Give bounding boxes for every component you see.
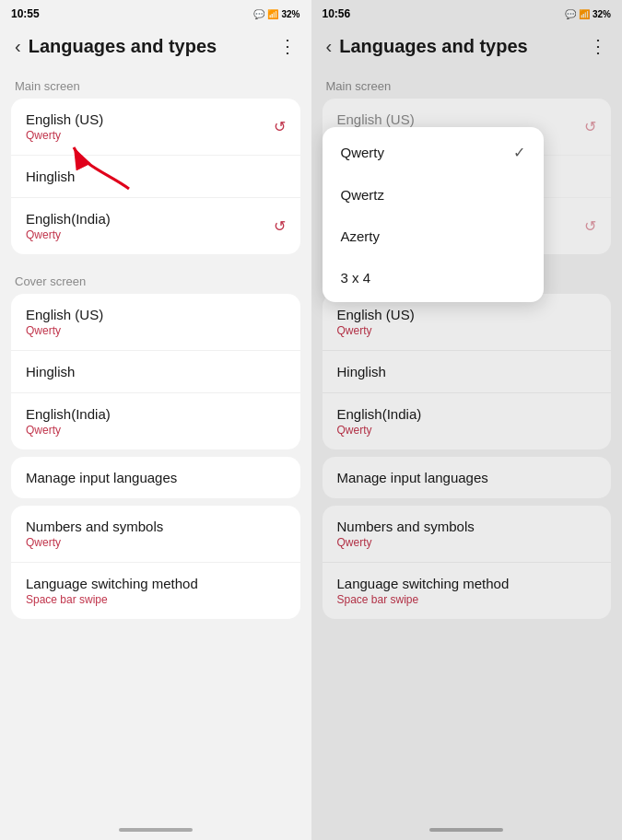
numbers-symbols-1: Numbers and symbols: [26, 519, 163, 534]
bottom-bar-1: [0, 820, 311, 840]
list-item[interactable]: Numbers and symbols Qwerty: [11, 506, 300, 563]
cover-english-india-sub-1: Qwerty: [26, 424, 111, 437]
time-1: 10:55: [11, 7, 40, 20]
dropdown-label-3x4: 3 x 4: [341, 270, 371, 286]
list-item[interactable]: English(India) Qwerty ↺: [11, 198, 300, 254]
refresh-icon-1[interactable]: ↺: [274, 118, 286, 135]
numbers-symbols-sub-1: Qwerty: [26, 536, 163, 549]
dropdown-label-qwertz: Qwertz: [341, 187, 385, 203]
english-us-title-1: English (US): [26, 111, 103, 127]
main-screen-card-1: English (US) Qwerty ↺ Hinglish English(I…: [11, 99, 300, 254]
signal-icon: 📶: [267, 9, 278, 19]
dropdown-label-azerty: Azerty: [341, 228, 381, 244]
lang-switch-sub-1: Space bar swipe: [26, 593, 198, 606]
page-title-1: Languages and types: [29, 36, 278, 57]
dropdown-item-3x4[interactable]: 3 x 4: [323, 257, 544, 298]
manage-languages-1: Manage input languages: [26, 470, 177, 485]
list-item[interactable]: Hinglish: [11, 156, 300, 198]
panel-2: 10:56 💬 📶 32% ‹ Languages and types ⋮ Ma…: [311, 0, 623, 840]
dropdown-item-qwertz[interactable]: Qwertz: [323, 174, 544, 216]
cover-english-india-1: English(India): [26, 406, 111, 422]
check-icon: ✓: [513, 144, 525, 161]
battery-icon: 32%: [281, 9, 299, 19]
dropdown-item-azerty[interactable]: Azerty: [323, 216, 544, 257]
back-button-1[interactable]: ‹: [15, 36, 21, 57]
menu-button-1[interactable]: ⋮: [278, 35, 297, 57]
dropdown-menu: Qwerty ✓ Qwertz Azerty 3 x 4: [323, 127, 544, 302]
main-screen-label-1: Main screen: [0, 66, 311, 99]
english-india-subtitle-1: Qwerty: [26, 228, 111, 241]
home-indicator-1: [119, 828, 193, 832]
status-bar-1: 10:55 💬 📶 32%: [0, 0, 311, 26]
misc-card-1: Manage input languages: [11, 457, 300, 498]
misc-card-2: Numbers and symbols Qwerty Language swit…: [11, 506, 300, 619]
status-icons-1: 💬 📶 32%: [253, 9, 299, 19]
whatsapp-icon: 💬: [253, 9, 264, 19]
content-1: Main screen English (US) Qwerty ↺ Hingli…: [0, 66, 311, 820]
cover-screen-card-1: English (US) Qwerty Hinglish English(Ind…: [11, 294, 300, 449]
lang-switch-1: Language switching method: [26, 576, 198, 591]
hinglish-title-1: Hinglish: [26, 169, 75, 184]
cover-english-us-sub-1: Qwerty: [26, 324, 103, 337]
page-header-1: ‹ Languages and types ⋮: [0, 26, 311, 66]
english-us-subtitle-1: Qwerty: [26, 129, 103, 142]
dropdown-label-qwerty: Qwerty: [341, 145, 385, 160]
list-item[interactable]: English(India) Qwerty: [11, 393, 300, 449]
cover-screen-label-1: Cover screen: [0, 262, 311, 294]
list-item[interactable]: Manage input languages: [11, 457, 300, 498]
list-item[interactable]: English (US) Qwerty ↺: [11, 99, 300, 156]
refresh-icon-2[interactable]: ↺: [274, 217, 286, 235]
english-india-title-1: English(India): [26, 211, 111, 227]
dropdown-overlay[interactable]: [311, 0, 623, 840]
cover-hinglish-1: Hinglish: [26, 364, 75, 379]
list-item[interactable]: English (US) Qwerty: [11, 294, 300, 351]
panel-1: 10:55 💬 📶 32% ‹ Languages and types ⋮ Ma…: [0, 0, 311, 840]
list-item[interactable]: Hinglish: [11, 351, 300, 393]
cover-english-us-1: English (US): [26, 307, 103, 322]
list-item[interactable]: Language switching method Space bar swip…: [11, 563, 300, 619]
dropdown-item-qwerty[interactable]: Qwerty ✓: [323, 131, 544, 174]
